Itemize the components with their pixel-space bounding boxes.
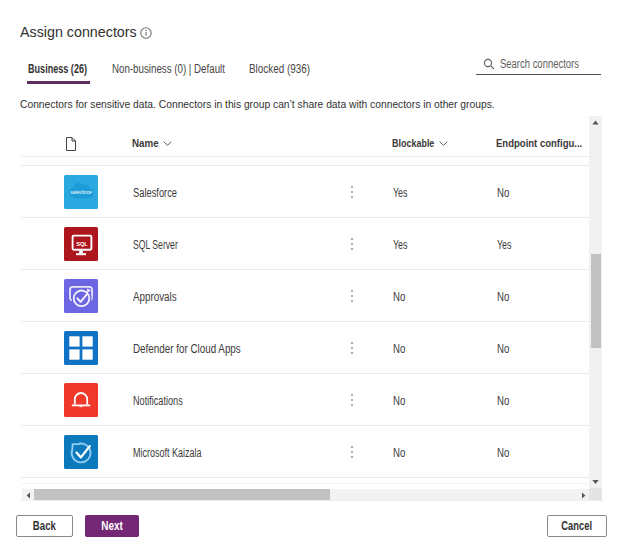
svg-text:salesforce: salesforce — [70, 190, 92, 195]
svg-text:SQL: SQL — [76, 240, 88, 246]
